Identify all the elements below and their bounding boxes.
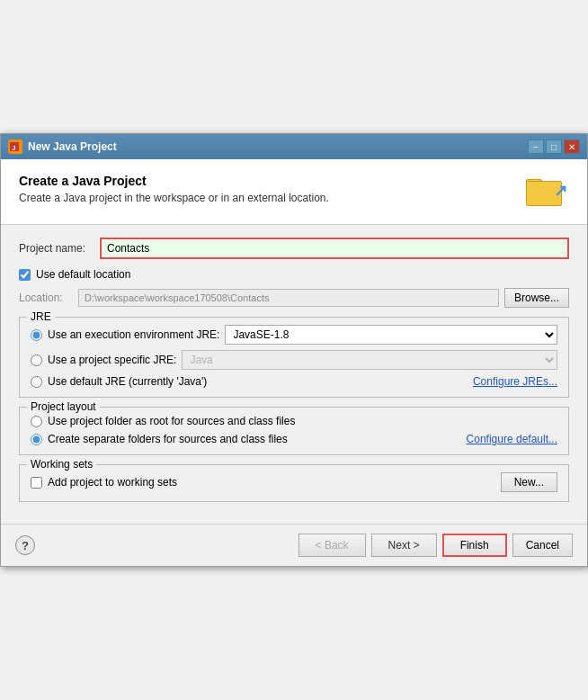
back-button[interactable]: < Back — [298, 534, 366, 557]
layout-option1-radio[interactable] — [31, 416, 42, 427]
jre-specific-select[interactable]: Java — [182, 350, 557, 370]
header-section: Create a Java Project Create a Java proj… — [1, 159, 587, 225]
jre-group: JRE Use an execution environment JRE: Ja… — [19, 317, 569, 398]
title-text: New Java Project — [28, 140, 117, 153]
jre-option2-radio[interactable] — [31, 354, 42, 366]
jre-group-label: JRE — [27, 310, 55, 323]
dialog-subtext: Create a Java project in the workspace o… — [19, 192, 329, 204]
project-name-row: Project name: — [19, 238, 569, 259]
project-name-input[interactable] — [100, 238, 569, 259]
app-icon: J — [8, 139, 22, 154]
location-label: Location: — [19, 292, 73, 304]
working-sets-group: Working sets Add project to working sets… — [19, 464, 569, 502]
working-sets-row: Add project to working sets New... — [31, 472, 557, 492]
working-sets-label: Working sets — [27, 458, 96, 471]
folder-icon: ↗ — [526, 174, 566, 206]
project-layout-label: Project layout — [27, 400, 100, 413]
location-row: Location: Browse... — [19, 288, 569, 308]
jre-option3-label[interactable]: Use default JRE (currently 'Java') — [48, 375, 207, 388]
browse-button[interactable]: Browse... — [504, 288, 569, 308]
jre-option3-radio[interactable] — [31, 376, 42, 388]
maximize-button[interactable]: □ — [546, 139, 562, 154]
jre-option2-label[interactable]: Use a project specific JRE: — [48, 354, 176, 366]
header-icon: ↗ — [526, 174, 569, 211]
next-button[interactable]: Next > — [371, 534, 437, 557]
footer-right: < Back Next > Finish Cancel — [298, 534, 573, 557]
finish-button[interactable]: Finish — [442, 534, 507, 557]
jre-option2-row: Use a project specific JRE: Java — [31, 350, 557, 370]
folder-arrow-icon: ↗ — [554, 181, 567, 201]
use-default-location-row: Use default location — [19, 268, 569, 281]
close-button[interactable]: ✕ — [564, 139, 580, 154]
project-layout-group: Project layout Use project folder as roo… — [19, 407, 569, 455]
title-bar-controls: − □ ✕ — [528, 139, 580, 154]
layout-option1-row: Use project folder as root for sources a… — [31, 415, 557, 427]
use-default-location-checkbox[interactable] — [19, 269, 31, 281]
jre-option1-radio[interactable] — [31, 329, 42, 341]
header-text: Create a Java Project Create a Java proj… — [19, 174, 329, 204]
title-bar: J New Java Project − □ ✕ — [1, 134, 587, 159]
add-to-working-sets-checkbox[interactable] — [31, 477, 42, 489]
help-button[interactable]: ? — [15, 535, 35, 555]
svg-text:J: J — [12, 144, 15, 152]
layout-option2-label[interactable]: Create separate folders for sources and … — [48, 433, 288, 445]
configure-jres-link[interactable]: Configure JREs... — [473, 375, 557, 388]
project-name-label: Project name: — [19, 242, 100, 255]
dialog-window: J New Java Project − □ ✕ Create a Java P… — [0, 133, 588, 567]
minimize-button[interactable]: − — [528, 139, 544, 154]
jre-option3-row: Use default JRE (currently 'Java') Confi… — [31, 375, 557, 388]
location-input[interactable] — [78, 289, 499, 307]
add-to-working-sets-label[interactable]: Add project to working sets — [48, 476, 177, 489]
dialog-heading: Create a Java Project — [19, 174, 329, 188]
layout-option1-label[interactable]: Use project folder as root for sources a… — [48, 415, 295, 427]
jre-option1-label[interactable]: Use an execution environment JRE: — [48, 328, 219, 341]
content-area: Project name: Use default location Locat… — [1, 225, 587, 524]
cancel-button[interactable]: Cancel — [512, 534, 573, 557]
use-default-location-label[interactable]: Use default location — [36, 268, 130, 281]
jre-option1-row: Use an execution environment JRE: JavaSE… — [31, 325, 557, 345]
footer: ? < Back Next > Finish Cancel — [1, 524, 587, 566]
layout-option2-radio[interactable] — [31, 434, 42, 445]
jre-environment-select[interactable]: JavaSE-1.8 — [225, 325, 557, 345]
new-working-set-button[interactable]: New... — [501, 472, 557, 492]
footer-left: ? — [15, 535, 35, 555]
configure-default-link[interactable]: Configure default... — [467, 433, 557, 445]
layout-option2-row: Create separate folders for sources and … — [31, 433, 557, 445]
